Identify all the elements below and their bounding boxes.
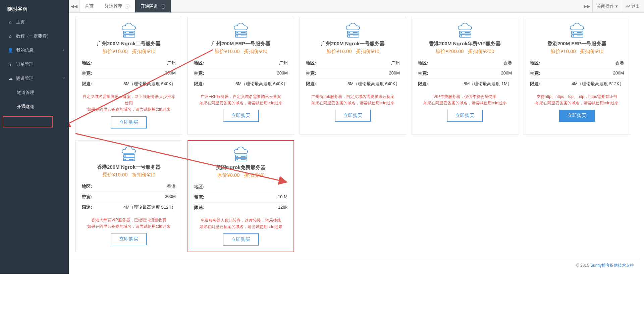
sidebar-icon: ☁ [7, 76, 13, 81]
svg-point-15 [349, 36, 350, 36]
region-label: 地区: [82, 183, 92, 190]
sidebar-item-4[interactable]: ☁隧道管理 [0, 71, 69, 86]
svg-point-8 [237, 32, 237, 33]
card-price: 原价¥10.00 折扣价¥10 [82, 172, 176, 178]
speed-value: 5M（理论最高速度 640K） [347, 81, 400, 87]
close-operations-dropdown[interactable]: 关闭操作▾ [592, 0, 622, 12]
speed-label: 限速: [530, 81, 540, 87]
speed-label: 限速: [306, 81, 316, 87]
region-label: 地区: [418, 60, 428, 66]
bandwidth-label: 带宽: [194, 70, 204, 76]
sidebar-icon: 👤 [7, 48, 13, 53]
tab-close-icon[interactable]: × [161, 4, 165, 9]
sidebar-icon: ¥ [7, 62, 13, 67]
region-label: 地区: [194, 60, 204, 66]
svg-point-27 [573, 36, 574, 36]
card-title: 美国Ngrok免费服务器 [194, 164, 287, 171]
tabs-scroll-right[interactable]: ▶▶ [582, 0, 592, 12]
card-price: 原价¥0.00 折扣价¥0 [194, 172, 287, 178]
region-value: 广州 [279, 60, 288, 66]
card-title: 广州200M FRP一号服务器 [194, 41, 288, 47]
server-card-0: 广州200M Ngrok二号服务器原价¥10.00 折扣价¥10地区:广州带宽:… [75, 17, 182, 135]
buy-button[interactable]: 立即购买 [559, 110, 595, 122]
card-note: 自定义域名需要腾讯云备案，新上线服务器人少推荐使用如果在阿里云备案的域名，请尝试… [82, 94, 176, 113]
svg-point-21 [461, 36, 462, 36]
sidebar-item-0[interactable]: ⌂主页 [0, 15, 69, 29]
svg-point-39 [237, 159, 237, 160]
side-menu: ⌂主页⌂教程（一定要看）👤我的信息¥订单管理☁隧道管理隧道管理开通隧道 [0, 15, 69, 114]
sidebar-label: 主页 [16, 19, 25, 24]
sidebar-subitem-4-0[interactable]: 隧道管理 [0, 86, 69, 100]
server-icon [567, 22, 587, 39]
tabs-scroll-left[interactable]: ◀◀ [69, 0, 79, 12]
server-icon [231, 22, 251, 39]
buy-button[interactable]: 立即购买 [335, 110, 371, 122]
sidebar-item-2[interactable]: 👤我的信息 [0, 43, 69, 57]
server-card-6: 美国Ngrok免费服务器原价¥0.00 折扣价¥0地区:带宽:10 M限速:12… [187, 140, 294, 252]
logout-button[interactable]: ↩退出 [622, 0, 644, 12]
card-price: 原价¥10.00 折扣价¥10 [82, 48, 176, 55]
region-value: 香港 [615, 60, 624, 66]
footer: © 2015 Sunny博客提供技术支持 [73, 259, 640, 272]
card-price: 原价¥10.00 折扣价¥10 [194, 48, 288, 55]
region-value: 广州 [391, 60, 400, 66]
buy-button[interactable]: 立即购买 [223, 110, 259, 122]
region-label: 地区: [194, 184, 204, 190]
tabbar: ◀◀ 首页隧道管理×开通隧道× ▶▶ 关闭操作▾ ↩退出 [69, 0, 644, 13]
server-card-5: 香港200M Ngrok一号服务器原价¥10.00 折扣价¥10地区:香港带宽:… [75, 140, 182, 252]
sidebar-icon: ⌂ [7, 19, 13, 24]
speed-value: 4M（理论最高速度 512K） [123, 204, 176, 210]
server-card-3: 香港200M Ngrok年费VIP服务器原价¥200.00 折扣价¥200地区:… [412, 17, 518, 135]
bandwidth-value: 10 M [278, 194, 287, 200]
server-icon [119, 22, 139, 39]
sidebar-item-3[interactable]: ¥订单管理 [0, 57, 69, 71]
card-note: 香港大带宽VIP服务器，已经取消流量收费如果在阿里云备案的域名，请尝试使用cdn… [82, 217, 176, 230]
card-note: 免费服务器人数比较多，速度较慢，容易掉线如果在阿里云备案的域名，请尝试使用cdn… [194, 217, 287, 230]
card-note: 支持http、https、tcp、udp，https需要有证书如果在阿里云备案的… [530, 94, 624, 106]
sidebar-subitem-4-1[interactable]: 开通隧道 [0, 100, 69, 114]
bandwidth-value: 200M [501, 70, 512, 76]
footer-link[interactable]: Sunny博客提供技术支持 [590, 263, 634, 268]
buy-button[interactable]: 立即购买 [111, 233, 147, 245]
tab-close-icon[interactable]: × [125, 4, 129, 9]
tab-1[interactable]: 隧道管理× [99, 0, 135, 12]
card-note: VIP年费服务器，仅供年费会员使用如果在阿里云备案的域名，请尝试使用cdn过来 [418, 94, 512, 106]
bandwidth-value: 200M [165, 70, 176, 76]
bandwidth-value: 200M [165, 194, 176, 200]
server-card-2: 广州200M Ngrok一号服务器原价¥10.00 折扣价¥10地区:广州带宽:… [300, 17, 406, 135]
tab-0[interactable]: 首页 [79, 0, 99, 12]
card-title: 香港200M FRP一号服务器 [530, 41, 624, 47]
card-title: 广州200M Ngrok二号服务器 [82, 41, 176, 47]
tab-2[interactable]: 开通隧道× [135, 0, 171, 12]
sidebar-label: 我的信息 [16, 48, 34, 53]
speed-label: 限速: [418, 81, 428, 87]
svg-point-14 [349, 32, 350, 33]
region-label: 地区: [306, 60, 316, 66]
tab-label: 隧道管理 [105, 3, 122, 9]
buy-button[interactable]: 立即购买 [111, 116, 147, 128]
bandwidth-label: 带宽: [194, 194, 204, 200]
server-card-1: 广州200M FRP一号服务器原价¥10.00 折扣价¥10地区:广州带宽:20… [187, 17, 294, 135]
tab-label: 首页 [85, 3, 94, 9]
speed-label: 限速: [82, 204, 92, 210]
buy-button[interactable]: 立即购买 [223, 233, 259, 246]
speed-value: 8M（理论最高速度 1M） [464, 81, 512, 87]
card-price: 原价¥200.00 折扣价¥200 [418, 48, 512, 55]
server-card-4: 香港200M FRP一号服务器原价¥10.00 折扣价¥10地区:香港带宽:20… [524, 17, 630, 135]
buy-button[interactable]: 立即购买 [447, 110, 483, 122]
sidebar-item-1[interactable]: ⌂教程（一定要看） [0, 29, 69, 43]
content: 广州200M Ngrok二号服务器原价¥10.00 折扣价¥10地区:广州带宽:… [69, 13, 644, 274]
bandwidth-label: 带宽: [306, 70, 316, 76]
card-price: 原价¥10.00 折扣价¥10 [530, 48, 624, 55]
svg-point-9 [237, 36, 237, 36]
main: ◀◀ 首页隧道管理×开通隧道× ▶▶ 关闭操作▾ ↩退出 广州200M Ngro… [69, 0, 644, 274]
region-label: 地区: [82, 60, 92, 66]
bandwidth-label: 带宽: [82, 194, 92, 200]
server-icon [231, 146, 251, 162]
card-price: 原价¥10.00 折扣价¥10 [306, 48, 400, 55]
speed-label: 限速: [194, 81, 204, 87]
sidebar-label: 隧道管理 [16, 76, 34, 81]
svg-point-32 [125, 155, 125, 156]
sidebar-label: 订单管理 [16, 62, 34, 67]
card-note: 广州Ngrok服务器，自定义域名需要腾讯云备案如果在阿里云备案的域名，请尝试使用… [306, 94, 400, 106]
